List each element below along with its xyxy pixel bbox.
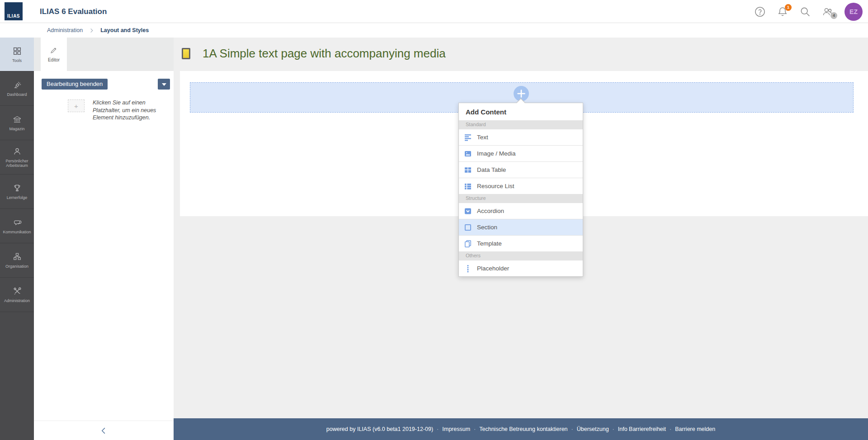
person-icon [12, 147, 22, 156]
page-title: 1A Simple text page with accompanying me… [203, 47, 446, 61]
editor-hint-text: Klicken Sie auf einen Platzhalter, um ei… [93, 99, 163, 122]
plus-glyph: + [74, 102, 78, 110]
page-type-icon [182, 48, 190, 59]
add-content-menu: Add Content Standard Text Image / Media … [458, 103, 583, 277]
menu-item-label: Text [477, 134, 488, 141]
section-icon [464, 223, 472, 232]
sidebar-item-personal-workspace[interactable]: Persönlicher Arbeitsraum [0, 140, 34, 175]
footer-link-report-barrier[interactable]: Barriere melden [675, 426, 715, 432]
chevron-right-icon [89, 28, 94, 33]
menu-item-label: Template [477, 240, 502, 247]
menu-item-text[interactable]: Text [459, 129, 583, 145]
notifications-bell-icon[interactable]: 1 [777, 6, 788, 18]
pencil-icon [50, 46, 58, 54]
finish-editing-button[interactable]: Bearbeitung beenden [42, 79, 108, 90]
grid-icon [12, 46, 22, 56]
sidebar-item-label: Persönlicher Arbeitsraum [0, 159, 34, 168]
dropdown-caret-button[interactable] [158, 79, 170, 90]
menu-item-label: Accordion [477, 208, 504, 214]
breadcrumb-layout-and-styles[interactable]: Layout and Styles [100, 27, 149, 33]
table-icon [464, 166, 472, 174]
sidebar-item-tools[interactable]: Tools [0, 38, 34, 71]
online-users-icon[interactable]: 4 [822, 6, 834, 18]
notifications-badge: 1 [785, 4, 792, 11]
footer-separator: · [670, 426, 671, 432]
sidebar-item-magazin[interactable]: Magazin [0, 106, 34, 140]
sidebar-item-lernerfolge[interactable]: Lernerfolge [0, 175, 34, 209]
menu-item-placeholder[interactable]: Placeholder [459, 260, 583, 276]
sidebar-item-dashboard[interactable]: Dashboard [0, 71, 34, 106]
add-content-menu-title: Add Content [459, 103, 583, 120]
menu-item-label: Placeholder [477, 265, 509, 272]
menu-item-label: Section [477, 224, 497, 231]
footer-separator: · [571, 426, 573, 432]
template-icon [464, 240, 472, 248]
collapse-panel-button[interactable] [34, 421, 174, 440]
menu-item-label: Data Table [477, 166, 506, 173]
tab-editor-label: Editor [48, 57, 60, 62]
help-icon[interactable] [754, 6, 766, 18]
editor-tab-strip: Editor [34, 38, 174, 71]
sidebar-item-label: Administration [3, 298, 31, 303]
menu-item-accordion[interactable]: Accordion [459, 203, 583, 219]
footer: powered by ILIAS (v6.0 beta1 2019-12-09)… [174, 418, 868, 440]
footer-link-accessibility-info[interactable]: Info Barrierefreiheit [618, 426, 666, 432]
breadcrumb: Administration Layout and Styles [0, 23, 868, 38]
menu-item-data-table[interactable]: Data Table [459, 161, 583, 178]
search-icon[interactable] [799, 6, 811, 18]
crossed-tools-icon [12, 286, 22, 296]
top-header: ILIAS ILIAS 6 Evaluation 1 4 EZ [0, 0, 868, 23]
menu-section-others: Others [459, 251, 583, 260]
footer-link-impressum[interactable]: Impressum [442, 426, 470, 432]
text-lines-icon [464, 133, 472, 142]
menu-item-section[interactable]: Section [459, 219, 583, 235]
menu-item-image-media[interactable]: Image / Media [459, 145, 583, 161]
online-users-badge: 4 [830, 12, 837, 19]
bank-icon [12, 114, 22, 124]
org-chart-icon [12, 252, 22, 262]
trophy-icon [12, 183, 22, 193]
footer-separator: · [437, 426, 439, 432]
tab-editor[interactable]: Editor [41, 38, 67, 71]
sidebar-item-organisation[interactable]: Organisation [0, 243, 34, 278]
placeholder-sample-box[interactable]: + [68, 99, 85, 112]
menu-item-template[interactable]: Template [459, 235, 583, 251]
sidebar-item-label: Dashboard [6, 92, 28, 97]
sidebar-item-label: Kommunikation [2, 230, 32, 234]
breadcrumb-administration[interactable]: Administration [47, 27, 83, 33]
menu-item-label: Image / Media [477, 150, 516, 157]
main-sidebar: Tools Dashboard Magazin Persönlicher Arb… [0, 38, 34, 440]
footer-link-support[interactable]: Technische Betreuung kontaktieren [479, 426, 567, 432]
popover-arrow [516, 98, 526, 103]
powered-by-text: powered by ILIAS (v6.0 beta1 2019-12-09) [326, 426, 433, 432]
plus-icon [518, 90, 525, 97]
list-icon [464, 182, 472, 190]
accordion-icon [464, 207, 472, 215]
editor-side-panel: Editor Bearbeitung beenden + Klicken Sie… [34, 38, 174, 440]
menu-section-structure: Structure [459, 194, 583, 203]
sidebar-item-kommunikation[interactable]: Kommunikation [0, 209, 34, 243]
avatar[interactable]: EZ [844, 3, 863, 21]
menu-item-resource-list[interactable]: Resource List [459, 178, 583, 194]
sidebar-item-label: Magazin [8, 127, 25, 131]
ilias-logo[interactable]: ILIAS [5, 2, 23, 20]
header-icon-bar: 1 4 EZ [754, 0, 863, 23]
page-head: 1A Simple text page with accompanying me… [182, 44, 446, 63]
sidebar-item-label: Tools [11, 58, 23, 63]
footer-separator: · [474, 426, 476, 432]
sidebar-item-label: Lernerfolge [6, 195, 28, 200]
chevron-left-icon [100, 427, 108, 435]
speech-bubbles-icon [12, 218, 22, 227]
sidebar-item-label: Organisation [5, 264, 29, 269]
menu-section-standard: Standard [459, 120, 583, 129]
sidebar-item-administration[interactable]: Administration [0, 278, 34, 312]
desk-lamp-icon [12, 80, 22, 90]
image-icon [464, 150, 472, 158]
app-title: ILIAS 6 Evaluation [40, 0, 107, 23]
logo-text: ILIAS [7, 14, 20, 20]
menu-item-label: Resource List [477, 183, 514, 189]
footer-separator: · [613, 426, 614, 432]
footer-link-translation[interactable]: Übersetzung [577, 426, 609, 432]
placeholder-dots-icon [464, 265, 472, 273]
